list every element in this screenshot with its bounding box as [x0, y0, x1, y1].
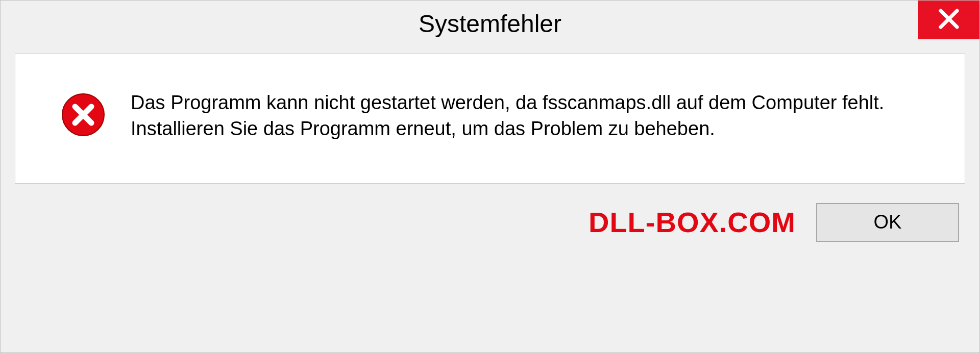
- content-area: Das Programm kann nicht gestartet werden…: [15, 54, 965, 184]
- footer: DLL-BOX.COM OK: [1, 194, 979, 257]
- dialog-title: Systemfehler: [419, 10, 561, 38]
- error-dialog: Systemfehler Das Programm kann nicht ges…: [0, 0, 980, 353]
- watermark-text: DLL-BOX.COM: [589, 206, 796, 239]
- titlebar: Systemfehler: [1, 1, 979, 46]
- error-message: Das Programm kann nicht gestartet werden…: [131, 90, 886, 142]
- close-button[interactable]: [918, 1, 979, 39]
- close-icon: [938, 8, 960, 32]
- error-icon: [61, 93, 105, 137]
- ok-button[interactable]: OK: [816, 203, 959, 242]
